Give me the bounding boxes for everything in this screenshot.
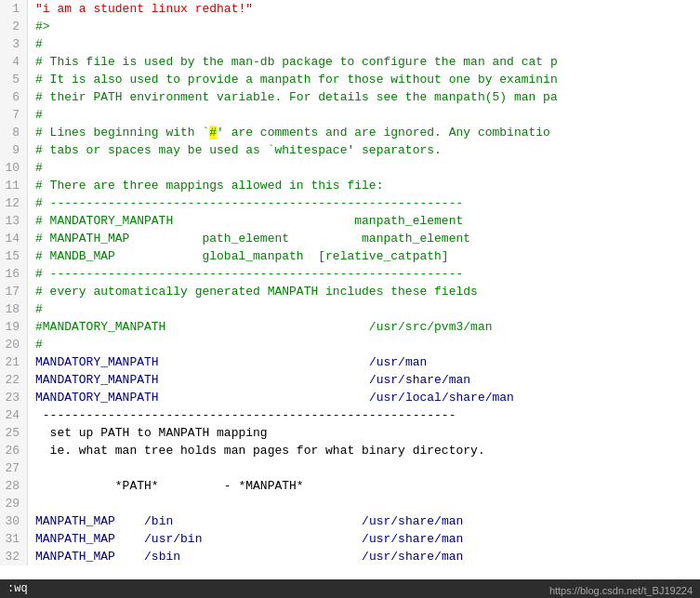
line-number-24: 24 bbox=[0, 406, 28, 424]
line-number-17: 17 bbox=[0, 283, 28, 300]
line-content-19: #MANDATORY_MANPATH /usr/src/pvm3/man bbox=[28, 318, 700, 336]
line-21: 21 MANDATORY_MANPATH /usr/man bbox=[0, 353, 700, 371]
line-6: 6 # their PATH environment variable. For… bbox=[0, 88, 700, 106]
line-content-7: # bbox=[28, 106, 700, 124]
line-content-31: MANPATH_MAP /usr/bin /usr/share/man bbox=[28, 530, 700, 548]
line-22: 22 MANDATORY_MANPATH /usr/share/man bbox=[0, 371, 700, 389]
line-content-14: # MANPATH_MAP path_element manpath_eleme… bbox=[28, 230, 700, 247]
line-number-26: 26 bbox=[0, 442, 28, 459]
line-content-16: # --------------------------------------… bbox=[28, 265, 700, 283]
line-20: 20 # bbox=[0, 336, 700, 353]
line-content-20: # bbox=[28, 336, 700, 353]
line-number-4: 4 bbox=[0, 53, 28, 71]
line-number-14: 14 bbox=[0, 230, 28, 247]
line-7: 7 # bbox=[0, 106, 700, 124]
line-14: 14 # MANPATH_MAP path_element manpath_el… bbox=[0, 230, 700, 247]
vim-command: :wq bbox=[7, 582, 28, 595]
line-24: 24 -------------------------------------… bbox=[0, 406, 700, 424]
line-number-30: 30 bbox=[0, 512, 28, 530]
line-number-5: 5 bbox=[0, 71, 28, 88]
line-content-18: # bbox=[28, 300, 700, 318]
line-content-8: # Lines beginning with `#' are comments … bbox=[28, 124, 700, 141]
line-number-23: 23 bbox=[0, 389, 28, 406]
line-30: 30 MANPATH_MAP /bin /usr/share/man bbox=[0, 512, 700, 530]
line-26: 26 ie. what man tree holds man pages for… bbox=[0, 442, 700, 459]
line-17: 17 # every automatically generated MANPA… bbox=[0, 283, 700, 300]
line-4: 4 # This file is used by the man-db pack… bbox=[0, 53, 700, 71]
line-content-26: ie. what man tree holds man pages for wh… bbox=[28, 442, 700, 459]
line-number-16: 16 bbox=[0, 265, 28, 283]
line-number-9: 9 bbox=[0, 141, 28, 159]
line-content-1: "i am a student linux redhat!" bbox=[28, 0, 700, 18]
line-content-3: # bbox=[28, 35, 700, 53]
line-18: 18 # bbox=[0, 300, 700, 318]
line-content-21: MANDATORY_MANPATH /usr/man bbox=[28, 353, 700, 371]
line-number-3: 3 bbox=[0, 35, 28, 53]
line-content-10: # bbox=[28, 159, 700, 177]
line-number-22: 22 bbox=[0, 371, 28, 389]
line-number-21: 21 bbox=[0, 353, 28, 371]
line-5: 5 # It is also used to provide a manpath… bbox=[0, 71, 700, 88]
line-content-12: # --------------------------------------… bbox=[28, 194, 700, 212]
line-12: 12 # -----------------------------------… bbox=[0, 194, 700, 212]
line-number-19: 19 bbox=[0, 318, 28, 336]
line-content-23: MANDATORY_MANPATH /usr/local/share/man bbox=[28, 389, 700, 406]
line-number-20: 20 bbox=[0, 336, 28, 353]
line-15: 15 # MANDB_MAP global_manpath [relative_… bbox=[0, 247, 700, 265]
line-28: 28 *PATH* - *MANPATH* bbox=[0, 477, 700, 495]
line-29: 29 bbox=[0, 495, 700, 512]
line-13: 13 # MANDATORY_MANPATH manpath_element bbox=[0, 212, 700, 230]
line-23: 23 MANDATORY_MANPATH /usr/local/share/ma… bbox=[0, 389, 700, 406]
line-number-18: 18 bbox=[0, 300, 28, 318]
editor: 1 "i am a student linux redhat!" 2 #> 3 … bbox=[0, 0, 700, 598]
line-content-9: # tabs or spaces may be used as `whitesp… bbox=[28, 141, 700, 159]
line-content-17: # every automatically generated MANPATH … bbox=[28, 283, 700, 300]
line-27: 27 bbox=[0, 459, 700, 477]
line-16: 16 # -----------------------------------… bbox=[0, 265, 700, 283]
line-number-1: 1 bbox=[0, 0, 28, 18]
line-number-32: 32 bbox=[0, 548, 28, 565]
line-number-13: 13 bbox=[0, 212, 28, 230]
line-1: 1 "i am a student linux redhat!" bbox=[0, 0, 700, 18]
watermark: https://blog.csdn.net/t_BJ19224 bbox=[549, 585, 693, 596]
line-19: 19 #MANDATORY_MANPATH /usr/src/pvm3/man bbox=[0, 318, 700, 336]
line-number-29: 29 bbox=[0, 495, 28, 512]
line-content-24: ----------------------------------------… bbox=[28, 406, 700, 424]
line-content-15: # MANDB_MAP global_manpath [relative_cat… bbox=[28, 247, 700, 265]
line-11: 11 # There are three mappings allowed in… bbox=[0, 177, 700, 194]
line-3: 3 # bbox=[0, 35, 700, 53]
line-number-27: 27 bbox=[0, 459, 28, 477]
line-content-6: # their PATH environment variable. For d… bbox=[28, 88, 700, 106]
line-content-32: MANPATH_MAP /sbin /usr/share/man bbox=[28, 548, 700, 565]
line-content-11: # There are three mappings allowed in th… bbox=[28, 177, 700, 194]
line-number-28: 28 bbox=[0, 477, 28, 495]
line-content-25: set up PATH to MANPATH mapping bbox=[28, 424, 700, 442]
line-content-22: MANDATORY_MANPATH /usr/share/man bbox=[28, 371, 700, 389]
line-number-15: 15 bbox=[0, 247, 28, 265]
line-number-31: 31 bbox=[0, 530, 28, 548]
line-content-5: # It is also used to provide a manpath f… bbox=[28, 71, 700, 88]
line-25: 25 set up PATH to MANPATH mapping bbox=[0, 424, 700, 442]
line-8: 8 # Lines beginning with `#' are comment… bbox=[0, 124, 700, 141]
line-number-25: 25 bbox=[0, 424, 28, 442]
line-number-8: 8 bbox=[0, 124, 28, 141]
line-2: 2 #> bbox=[0, 18, 700, 35]
line-31: 31 MANPATH_MAP /usr/bin /usr/share/man bbox=[0, 530, 700, 548]
line-9: 9 # tabs or spaces may be used as `white… bbox=[0, 141, 700, 159]
line-number-7: 7 bbox=[0, 106, 28, 124]
line-content-4: # This file is used by the man-db packag… bbox=[28, 53, 700, 71]
line-number-6: 6 bbox=[0, 88, 28, 106]
line-content-30: MANPATH_MAP /bin /usr/share/man bbox=[28, 512, 700, 530]
line-10: 10 # bbox=[0, 159, 700, 177]
line-content-13: # MANDATORY_MANPATH manpath_element bbox=[28, 212, 700, 230]
line-content-2: #> bbox=[28, 18, 700, 35]
line-number-12: 12 bbox=[0, 194, 28, 212]
line-number-11: 11 bbox=[0, 177, 28, 194]
line-number-2: 2 bbox=[0, 18, 28, 35]
line-number-10: 10 bbox=[0, 159, 28, 177]
line-content-28: *PATH* - *MANPATH* bbox=[28, 477, 700, 495]
line-32: 32 MANPATH_MAP /sbin /usr/share/man bbox=[0, 548, 700, 565]
code-area: 1 "i am a student linux redhat!" 2 #> 3 … bbox=[0, 0, 700, 565]
